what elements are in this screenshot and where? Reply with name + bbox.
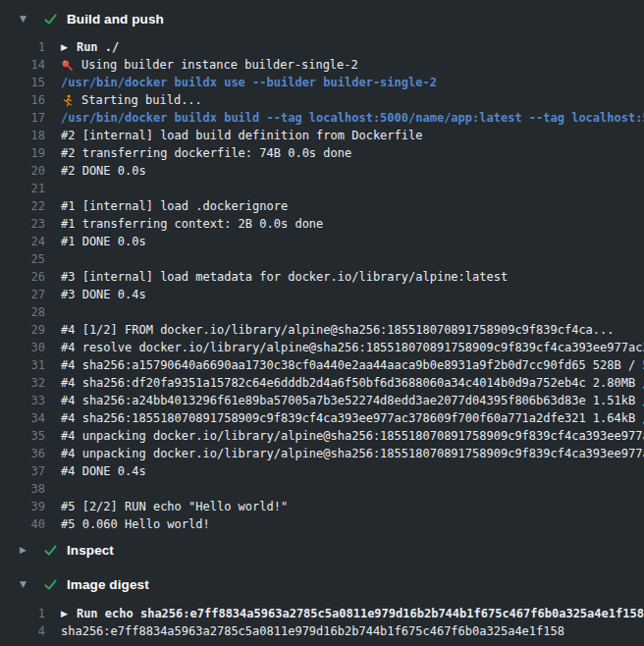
line-number[interactable]: 35	[0, 429, 45, 443]
check-icon	[43, 543, 59, 558]
line-number[interactable]: 20	[0, 164, 45, 178]
log-line-text: /usr/bin/docker buildx use --builder bui…	[61, 76, 437, 89]
log-line: 4sha256:e7ff8834a5963a2785c5a0811e979d16…	[0, 622, 644, 640]
log-line-text: #2 DONE 0.0s	[61, 164, 146, 178]
play-toggle-icon[interactable]: ▶	[61, 42, 68, 52]
log-line-text: #4 DONE 0.4s	[61, 464, 146, 478]
chevron-down-icon[interactable]: ▼	[20, 9, 31, 28]
log-line: 35#4 unpacking docker.io/library/alpine@…	[0, 427, 644, 445]
line-number[interactable]: 30	[0, 341, 45, 354]
line-number[interactable]: 27	[0, 288, 45, 301]
chevron-down-icon[interactable]: ▼	[20, 574, 31, 594]
log-line: 36#4 unpacking docker.io/library/alpine@…	[0, 445, 644, 462]
log-line-text: #4 sha256:185518070891758909c9f839cf4ca3…	[61, 411, 644, 425]
log-block-build-and-push: 1▶Run ./14Using builder instance builder…	[0, 38, 644, 533]
line-number[interactable]: 4	[0, 624, 45, 638]
line-number[interactable]: 15	[0, 76, 45, 89]
line-number[interactable]: 1	[0, 607, 45, 620]
log-line-text: sha256:e7ff8834a5963a2785c5a0811e979d16b…	[61, 624, 564, 638]
section-title-build-and-push: Build and push	[67, 12, 164, 27]
log-line: 38	[0, 480, 644, 498]
line-number[interactable]: 29	[0, 323, 45, 337]
log-line-text: #4 unpacking docker.io/library/alpine@sh…	[61, 429, 644, 443]
log-line: 39#5 [2/2] RUN echo "Hello world!"	[0, 498, 644, 515]
line-number[interactable]: 39	[0, 500, 45, 513]
line-number[interactable]: 26	[0, 270, 45, 284]
log-line-text: #5 [2/2] RUN echo "Hello world!"	[61, 500, 288, 513]
line-number[interactable]: 19	[0, 146, 45, 160]
log-line-text: /usr/bin/docker buildx build --tag local…	[61, 111, 644, 125]
runner-icon	[61, 94, 74, 107]
log-line: 1▶Run ./	[0, 38, 644, 56]
line-number[interactable]: 31	[0, 358, 45, 372]
log-line: 34#4 sha256:185518070891758909c9f839cf4c…	[0, 409, 644, 427]
line-number[interactable]: 37	[0, 464, 45, 478]
log-line-text: #2 transferring dockerfile: 74B 0.0s don…	[61, 146, 351, 160]
log-line-text: #3 DONE 0.4s	[61, 288, 146, 301]
line-number[interactable]: 25	[0, 252, 45, 266]
log-line: 40#5 0.060 Hello world!	[0, 515, 644, 533]
log-line-text: #2 [internal] load build definition from…	[61, 129, 422, 142]
line-number[interactable]: 28	[0, 305, 45, 319]
workflow-log-viewer: ▼Build and push1▶Run ./14Using builder i…	[0, 0, 644, 646]
log-line-text: #1 transferring context: 2B 0.0s done	[61, 217, 323, 231]
log-line: 21	[0, 180, 644, 197]
line-number[interactable]: 32	[0, 376, 45, 390]
line-number[interactable]: 24	[0, 235, 45, 248]
log-line: 1▶Run echo sha256:e7ff8834a5963a2785c5a0…	[0, 605, 644, 622]
check-icon	[43, 577, 59, 592]
log-line: 29#4 [1/2] FROM docker.io/library/alpine…	[0, 321, 644, 339]
section-header-inspect[interactable]: ▶Inspect	[0, 540, 644, 560]
log-line: 20#2 DONE 0.0s	[0, 162, 644, 180]
log-line-text: Run ./	[77, 40, 119, 54]
log-line-text: #4 sha256:df20fa9351a15782c64e6dddb2d4a6…	[61, 376, 644, 390]
line-number[interactable]: 38	[0, 482, 45, 496]
log-line-text: #4 unpacking docker.io/library/alpine@sh…	[61, 447, 644, 460]
log-line-text: #4 sha256:a15790640a6690aa1730c38cf0a440…	[61, 358, 644, 372]
log-line: 26#3 [internal] load metadata for docker…	[0, 268, 644, 286]
log-line: 18#2 [internal] load build definition fr…	[0, 127, 644, 144]
log-line: 30#4 resolve docker.io/library/alpine@sh…	[0, 339, 644, 356]
log-line: 19#2 transferring dockerfile: 74B 0.0s d…	[0, 144, 644, 162]
line-number[interactable]: 21	[0, 182, 45, 195]
section-title-image-digest: Image digest	[67, 577, 149, 592]
log-line: 22#1 [internal] load .dockerignore	[0, 197, 644, 215]
log-line-text: #4 [1/2] FROM docker.io/library/alpine@s…	[61, 323, 615, 337]
section-header-image-digest[interactable]: ▼Image digest	[0, 574, 644, 594]
log-line-text: #1 DONE 0.0s	[61, 235, 146, 248]
line-number[interactable]: 14	[0, 58, 45, 72]
log-block-image-digest: 1▶Run echo sha256:e7ff8834a5963a2785c5a0…	[0, 605, 644, 640]
log-line: 37#4 DONE 0.4s	[0, 462, 644, 480]
log-line: 28	[0, 303, 644, 321]
log-line-text: Run echo sha256:e7ff8834a5963a2785c5a081…	[77, 607, 644, 620]
log-line-text: #4 resolve docker.io/library/alpine@sha2…	[61, 341, 644, 354]
log-line: 27#3 DONE 0.4s	[0, 286, 644, 303]
line-number[interactable]: 36	[0, 447, 45, 460]
log-line: 15/usr/bin/docker buildx use --builder b…	[0, 74, 644, 91]
log-line-text: #1 [internal] load .dockerignore	[61, 199, 288, 213]
line-number[interactable]: 16	[0, 93, 45, 107]
log-line-text: Using builder instance builder-single-2	[81, 58, 358, 72]
line-number[interactable]: 23	[0, 217, 45, 231]
section-header-build-and-push[interactable]: ▼Build and push	[0, 9, 644, 28]
line-number[interactable]: 33	[0, 394, 45, 407]
chevron-right-icon[interactable]: ▶	[20, 540, 31, 560]
play-toggle-icon[interactable]: ▶	[61, 609, 68, 619]
log-line: 32#4 sha256:df20fa9351a15782c64e6dddb2d4…	[0, 374, 644, 392]
pushpin-icon	[61, 59, 74, 72]
log-line: 25	[0, 250, 644, 268]
line-number[interactable]: 1	[0, 40, 45, 54]
line-number[interactable]: 22	[0, 199, 45, 213]
log-line: 23#1 transferring context: 2B 0.0s done	[0, 215, 644, 233]
check-icon	[43, 12, 59, 27]
log-line-text: #5 0.060 Hello world!	[61, 517, 210, 531]
log-line: 31#4 sha256:a15790640a6690aa1730c38cf0a4…	[0, 356, 644, 374]
log-line-text: #4 sha256:a24bb4013296f61e89ba57005a7b3e…	[61, 394, 644, 407]
section-title-inspect: Inspect	[67, 543, 114, 558]
log-line: 14Using builder instance builder-single-…	[0, 56, 644, 74]
log-line: 24#1 DONE 0.0s	[0, 233, 644, 250]
line-number[interactable]: 40	[0, 517, 45, 531]
line-number[interactable]: 17	[0, 111, 45, 125]
line-number[interactable]: 34	[0, 411, 45, 425]
line-number[interactable]: 18	[0, 129, 45, 142]
